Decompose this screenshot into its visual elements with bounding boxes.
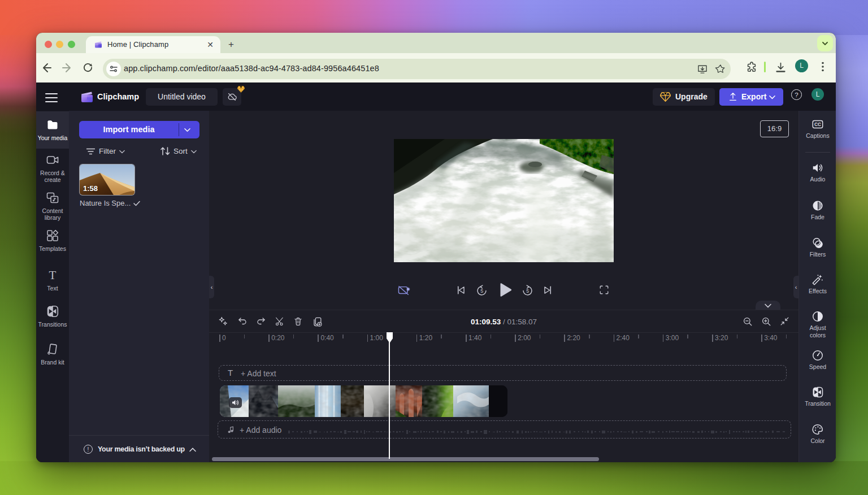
svg-text:T: T [49,268,57,282]
svg-text:5: 5 [480,288,483,294]
svg-text:CC: CC [814,122,821,127]
svg-text:5: 5 [526,288,529,294]
